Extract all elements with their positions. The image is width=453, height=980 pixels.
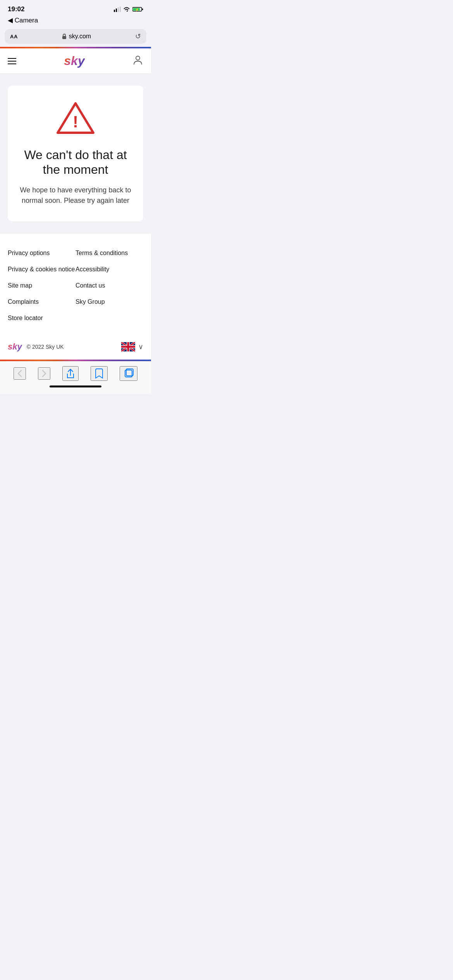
svg-text:!: ! [73,113,78,131]
font-size-control[interactable]: AA [10,34,18,39]
footer-logo-area: sky © 2022 Sky UK [8,342,64,352]
footer-bottom: sky © 2022 Sky UK ∨ [8,338,143,352]
bookmarks-icon [94,368,104,379]
url-text: sky.com [69,33,91,40]
chevron-down-icon: ∨ [138,343,143,351]
home-indicator [0,382,151,394]
back-arrow-icon [17,370,22,377]
back-navigation[interactable]: ◀ Camera [0,15,151,27]
footer-link-store-locator[interactable]: Store locator [8,310,76,326]
signal-icon [114,7,121,12]
error-title: We can't do that at the moment [17,147,134,177]
error-subtitle: We hope to have everything back to norma… [17,185,134,206]
footer-link-sitemap[interactable]: Site map [8,278,76,294]
site-header: sky [0,48,151,74]
status-bar: 19:02 ⚡ [0,0,151,15]
svg-rect-3 [120,7,121,12]
tabs-button[interactable] [120,366,137,381]
browser-toolbar [0,361,151,382]
wifi-icon [123,7,130,12]
svg-text:⚡: ⚡ [135,8,139,12]
warning-triangle-icon: ! [56,101,95,135]
error-card: ! We can't do that at the moment We hope… [8,86,143,221]
back-label: ◀ Camera [8,17,38,24]
footer-copyright: © 2022 Sky UK [27,344,64,350]
status-time: 19:02 [8,5,24,13]
share-button[interactable] [62,366,79,381]
address-bar-container: AA sky.com ↺ [0,27,151,47]
hamburger-menu-button[interactable] [8,58,16,64]
uk-flag-icon [121,342,135,351]
forward-button[interactable] [38,367,50,380]
font-size-label: AA [10,34,18,39]
back-button[interactable] [14,367,26,380]
home-bar [50,385,101,387]
footer-links: Privacy options Terms & conditions Priva… [8,245,143,326]
footer-link-sky-group[interactable]: Sky Group [76,294,143,310]
footer-link-contact[interactable]: Contact us [76,278,143,294]
bookmarks-button[interactable] [91,366,108,381]
address-bar[interactable]: AA sky.com ↺ [5,29,146,44]
hamburger-line-3 [8,63,16,64]
sky-logo[interactable]: sky [64,54,84,68]
lock-icon [62,34,67,39]
svg-rect-2 [118,7,119,12]
footer: Privacy options Terms & conditions Priva… [0,233,151,360]
svg-rect-8 [62,36,66,39]
footer-locale-selector[interactable]: ∨ [121,342,143,351]
footer-link-privacy-options[interactable]: Privacy options [8,245,76,261]
svg-point-9 [136,56,140,60]
hamburger-line-2 [8,61,16,62]
reload-icon: ↺ [135,33,141,40]
footer-sky-logo: sky [8,342,22,352]
url-display[interactable]: sky.com [62,33,91,40]
hamburger-line-1 [8,58,16,59]
warning-icon-container: ! [17,101,134,137]
svg-rect-6 [142,9,143,10]
footer-link-accessibility[interactable]: Accessibility [76,261,143,278]
main-content: ! We can't do that at the moment We hope… [0,74,151,233]
user-icon [132,54,143,65]
user-account-button[interactable] [132,54,143,68]
svg-rect-1 [116,9,117,12]
battery-icon: ⚡ [132,7,143,12]
tabs-icon [124,368,134,379]
share-icon [66,368,75,379]
forward-arrow-icon [42,370,46,377]
footer-link-complaints[interactable]: Complaints [8,294,76,310]
status-icons: ⚡ [114,7,143,12]
footer-link-terms[interactable]: Terms & conditions [76,245,143,261]
svg-rect-0 [114,10,115,12]
footer-link-privacy-cookies[interactable]: Privacy & cookies notice [8,261,76,278]
reload-button[interactable]: ↺ [135,32,141,41]
